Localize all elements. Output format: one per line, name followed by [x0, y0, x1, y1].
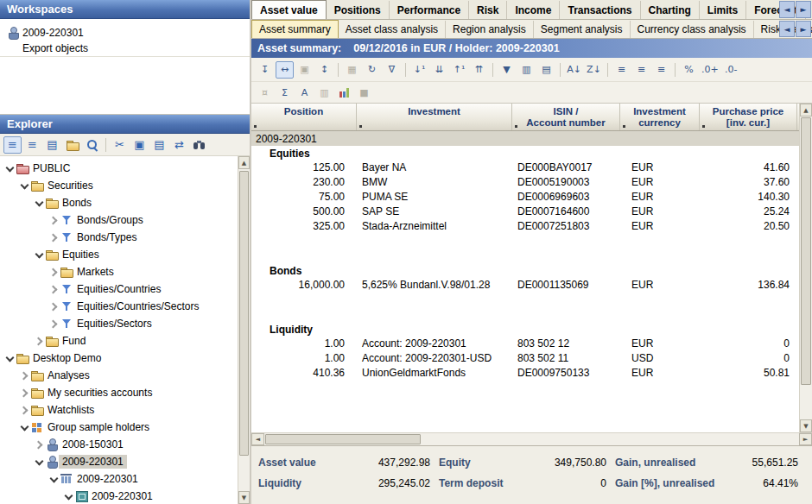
find-icon[interactable] [190, 136, 208, 154]
tree-item-bonds[interactable]: Bonds [0, 194, 250, 211]
subtab-segment-analysis[interactable]: Segment analysis [534, 21, 631, 38]
export-table-icon[interactable]: ↧ [256, 61, 274, 79]
copy-icon[interactable]: ▣ [130, 136, 149, 154]
tab-charting[interactable]: Charting [641, 1, 700, 19]
tab-transactions[interactable]: Transactions [560, 1, 640, 19]
tab-scroll-right-button[interactable]: ► [796, 1, 811, 18]
chevron-right-icon[interactable] [18, 401, 30, 419]
scroll-right-button[interactable]: ► [799, 433, 812, 445]
scroll-to-end-icon[interactable]: ▼ [498, 61, 516, 79]
drill-down-one-icon[interactable]: ↓¹ [410, 61, 428, 79]
position-row[interactable]: 325.00Stada-ArzneimittelDE0007251803EUR2… [251, 219, 799, 234]
settings-icon[interactable]: ⇄ [170, 136, 188, 154]
chevron-down-icon[interactable] [62, 488, 74, 504]
drill-up-one-icon[interactable]: ↑¹ [450, 61, 468, 79]
fit-rows-icon[interactable]: ↕ [315, 61, 333, 79]
position-row[interactable]: 410.36UnionGeldmarktFondsDE0009750133EUR… [251, 366, 799, 381]
new-folder-icon[interactable] [63, 136, 81, 154]
scroll-down-button[interactable]: ▼ [800, 419, 812, 432]
tab-performance[interactable]: Performance [390, 1, 469, 19]
tree-item-public[interactable]: PUBLIC [0, 160, 250, 177]
scroll-up-button[interactable]: ▲ [238, 156, 250, 169]
workspace-item-2009-220301[interactable]: 2009-220301 [0, 24, 250, 41]
subtab-scroll-left-button[interactable]: ◄ [779, 21, 795, 37]
chevron-right-icon[interactable] [33, 332, 45, 350]
position-row[interactable]: 16,000.005,625% Bundanl.V.98/01.28DE0001… [251, 278, 799, 293]
chevron-down-icon[interactable] [18, 419, 30, 436]
column-header-purchase-price[interactable]: Purchase price [inv. cur.] [700, 104, 797, 130]
tree-item-group-sample-holders[interactable]: Group sample holders [0, 419, 250, 436]
subtab-asset-summary[interactable]: Asset summary [251, 20, 339, 38]
horizontal-scroll-thumb[interactable] [265, 434, 421, 444]
position-row[interactable]: 500.00SAP SEDE0007164600EUR25.24 [251, 205, 799, 219]
workspace-item-export-objects[interactable]: Export objects [0, 41, 250, 57]
tree-item-desktop-demo[interactable]: Desktop Demo [0, 350, 250, 367]
tab-scroll-left-button[interactable]: ◄ [779, 1, 795, 18]
scroll-left-button[interactable]: ◄ [251, 433, 264, 445]
tree-item-2009-220301[interactable]: 2009-220301 [0, 488, 250, 504]
position-row[interactable]: 1.00Account: 2009-220301803 502 12EUR0 [251, 337, 799, 351]
paste-icon[interactable]: ▤ [150, 136, 168, 154]
tree-item-equities-countries[interactable]: Equities/Countries [0, 280, 250, 298]
tab-risk[interactable]: Risk [469, 1, 507, 19]
percent-icon[interactable]: % [680, 61, 698, 79]
chevron-down-icon[interactable] [33, 453, 45, 470]
tree-item-securities[interactable]: Securities [0, 177, 250, 194]
refresh-icon[interactable]: ↻ [363, 61, 381, 79]
search-icon[interactable] [83, 136, 101, 154]
tree-item-equities-sectors[interactable]: Equities/Sectors [0, 315, 250, 332]
chevron-down-icon[interactable] [3, 350, 16, 367]
tree-scrollbar[interactable]: ▲ ▼ [238, 156, 250, 504]
chevron-down-icon[interactable] [3, 160, 16, 177]
tab-limits[interactable]: Limits [700, 1, 746, 19]
details-view-icon[interactable]: ▤ [43, 136, 61, 154]
tree-item-analyses[interactable]: Analyses [0, 367, 250, 384]
report-icon[interactable]: ▤ [537, 61, 555, 79]
chevron-down-icon[interactable] [33, 194, 45, 211]
chevron-right-icon[interactable] [48, 211, 60, 229]
section-row-liquidity[interactable]: Liquidity [251, 322, 799, 337]
align-left-icon[interactable]: ≡ [612, 61, 631, 79]
section-row-bonds[interactable]: Bonds [251, 263, 799, 278]
column-header-position[interactable]: Position [251, 104, 357, 130]
vertical-scrollbar[interactable]: ▲ ▼ [799, 104, 812, 432]
align-center-icon[interactable]: ≡ [632, 61, 650, 79]
font-icon[interactable]: A [295, 84, 314, 101]
scroll-up-button[interactable]: ▲ [800, 104, 812, 117]
position-row[interactable]: 75.00PUMA SEDE0006969603EUR140.30 [251, 190, 799, 205]
tree-view-icon[interactable]: ≡ [3, 136, 22, 154]
tree-item-fund[interactable]: Fund [0, 332, 250, 350]
tab-asset-value[interactable]: Asset value [251, 0, 327, 19]
column-header-investment[interactable]: Investment currency [620, 104, 700, 130]
sum-icon[interactable]: Σ [276, 84, 294, 101]
position-row[interactable]: 230.00BMWDE0005190003EUR37.60 [251, 175, 799, 190]
column-header-investment[interactable]: Investment [357, 104, 512, 130]
chevron-right-icon[interactable] [48, 263, 60, 280]
list-view-icon[interactable]: ≡ [23, 136, 41, 154]
chevron-right-icon[interactable] [48, 229, 60, 246]
tree-item-my-securities-accounts[interactable]: My securities accounts [0, 384, 250, 401]
chevron-right-icon[interactable] [48, 280, 60, 298]
analysis-icon[interactable]: ▥ [517, 61, 536, 79]
subtab-scroll-right-button[interactable]: ► [796, 21, 811, 37]
tree-scroll-thumb[interactable] [239, 171, 249, 456]
fit-columns-icon[interactable]: ↔ [276, 61, 294, 79]
align-right-icon[interactable]: ≡ [652, 61, 670, 79]
horizontal-scrollbar[interactable]: ◄ ► [251, 432, 812, 445]
chevron-down-icon[interactable] [33, 246, 45, 263]
tree-item-markets[interactable]: Markets [0, 263, 250, 280]
chevron-down-icon[interactable] [18, 177, 30, 194]
chevron-down-icon[interactable] [48, 470, 60, 488]
tab-positions[interactable]: Positions [327, 1, 390, 19]
remove-decimal-icon[interactable]: .0- [722, 61, 740, 79]
tree-item-2009-220301[interactable]: 2009-220301 [0, 470, 250, 488]
chevron-right-icon[interactable] [48, 315, 60, 332]
drill-up-all-icon[interactable]: ⇈ [470, 61, 488, 79]
filter-icon[interactable]: ∇ [383, 61, 401, 79]
tree-item-2009-220301[interactable]: 2009-220301 [0, 453, 250, 470]
subtab-asset-class-analysis[interactable]: Asset class analysis [339, 21, 446, 38]
tree-item-equities[interactable]: Equities [0, 246, 250, 263]
tree-item-bonds-types[interactable]: Bonds/Types [0, 229, 250, 246]
position-row[interactable]: 1.00Account: 2009-220301-USD803 502 11US… [251, 351, 799, 366]
chart-icon[interactable] [335, 84, 353, 101]
